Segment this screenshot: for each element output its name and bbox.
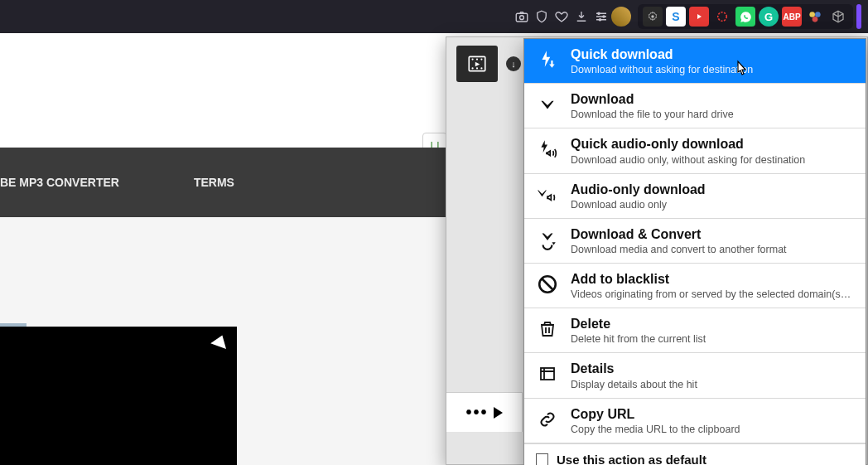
ban-icon: [536, 273, 559, 296]
convert-icon: [536, 228, 559, 251]
nav-link-converter[interactable]: BE MP3 CONVERTER: [0, 176, 119, 189]
menu-quick-audio[interactable]: Quick audio-only downloadDownload audio …: [524, 128, 866, 173]
svg-point-11: [472, 59, 474, 61]
camera-icon[interactable]: [512, 7, 532, 27]
menu-quick-download[interactable]: Quick downloadDownload without asking fo…: [524, 39, 866, 84]
download-indicator-icon: ↓: [506, 56, 521, 71]
svg-point-6: [718, 12, 727, 22]
popup-footer-controls[interactable]: •••: [446, 392, 523, 432]
grammarly-ext-icon[interactable]: G: [759, 7, 779, 27]
details-icon: [536, 362, 559, 385]
default-checkbox[interactable]: [536, 453, 548, 465]
bolt-audio-icon: [536, 138, 559, 161]
mi-title: Quick download: [571, 46, 854, 62]
menu-footer[interactable]: Use this action as default: [524, 443, 866, 465]
arrow-down-icon: [536, 93, 559, 116]
menu-details[interactable]: DetailsDisplay details about the hit: [524, 353, 866, 398]
hex-ext-icon[interactable]: [712, 7, 732, 27]
svg-rect-18: [541, 368, 554, 380]
svg-point-7: [809, 12, 815, 17]
gear-ext-icon[interactable]: [643, 7, 663, 27]
sidebar-handle[interactable]: [856, 4, 861, 29]
extensions-panel: S G ABP: [638, 4, 853, 29]
link-icon: [536, 408, 559, 431]
youtube-ext-icon[interactable]: [689, 7, 709, 27]
svg-point-2: [598, 12, 600, 14]
svg-point-3: [603, 16, 605, 17]
svg-point-4: [599, 19, 600, 21]
svg-point-1: [520, 16, 524, 20]
menu-delete[interactable]: DeleteDelete hit from the current list: [524, 308, 866, 353]
svg-point-8: [815, 12, 821, 17]
menu-download[interactable]: DownloadDownload the file to your hard d…: [524, 84, 866, 128]
svg-point-13: [480, 59, 482, 61]
svg-point-15: [476, 67, 478, 69]
mi-sub: Download without asking for destination: [571, 64, 854, 75]
media-thumb-icon: [456, 46, 498, 82]
default-label: Use this action as default: [557, 453, 706, 465]
svg-point-12: [476, 59, 478, 61]
trash-icon: [536, 317, 559, 341]
audio-down-icon: [536, 183, 559, 206]
download-icon[interactable]: [571, 7, 591, 27]
bolt-down-icon: [536, 48, 559, 71]
cube-ext-icon[interactable]: [828, 7, 848, 27]
video-thumbnail[interactable]: [0, 327, 237, 465]
shield-icon[interactable]: [532, 7, 552, 27]
abp-ext-icon[interactable]: ABP: [782, 7, 802, 27]
svg-point-16: [480, 67, 482, 69]
menu-blacklist[interactable]: Add to blacklistVideos originating from …: [524, 264, 866, 308]
sliders-icon[interactable]: [591, 7, 611, 27]
browser-toolbar: S G ABP: [0, 0, 868, 33]
heart-icon[interactable]: [552, 7, 571, 27]
download-action-menu: Quick downloadDownload without asking fo…: [523, 38, 866, 465]
vdh-ext-icon[interactable]: [805, 7, 825, 27]
avatar[interactable]: [611, 7, 631, 27]
menu-copy-url[interactable]: Copy URLCopy the media URL to the clipbo…: [524, 399, 866, 443]
menu-audio-download[interactable]: Audio-only downloadDownload audio only: [524, 174, 866, 219]
whatsapp-ext-icon[interactable]: [735, 7, 755, 27]
play-icon[interactable]: [494, 407, 503, 419]
nav-link-terms[interactable]: TERMS: [194, 176, 234, 189]
svg-point-14: [472, 67, 474, 69]
svg-point-9: [813, 17, 818, 22]
menu-convert[interactable]: Download & ConvertDownload media and con…: [524, 219, 866, 264]
more-icon[interactable]: •••: [465, 403, 488, 422]
svg-rect-0: [516, 13, 528, 22]
svg-point-5: [651, 15, 654, 18]
s-ext-icon[interactable]: S: [666, 7, 686, 27]
